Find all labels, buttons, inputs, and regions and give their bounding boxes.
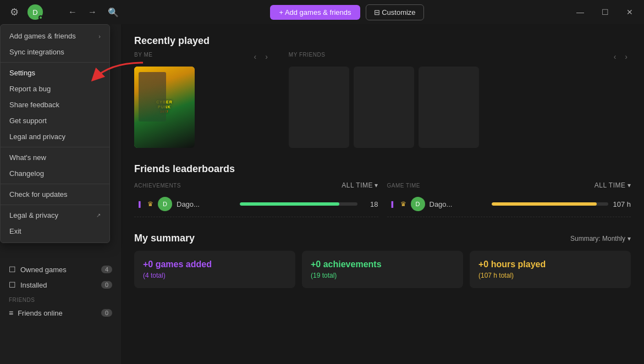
game-card-cyberpunk[interactable]: CYBERPUNK2077 bbox=[134, 67, 195, 148]
forward-button[interactable]: → bbox=[85, 5, 100, 19]
dropdown-item-legal-privacy[interactable]: Legal and privacy bbox=[1, 129, 109, 145]
maximize-button[interactable]: ☐ bbox=[597, 5, 613, 19]
avatar-status-dot bbox=[38, 15, 43, 20]
dropdown-item-get-support[interactable]: Get support bbox=[1, 113, 109, 129]
achievements-filter[interactable]: All time ▾ bbox=[342, 181, 378, 189]
achievements-sub: (19 total) bbox=[311, 272, 454, 279]
chevron-down-summary-icon: ▾ bbox=[628, 235, 631, 242]
external-link-icon: ↗ bbox=[96, 212, 101, 218]
summary-section: My summary Summary: Monthly ▾ +0 games a… bbox=[134, 233, 631, 288]
dropdown-divider-1 bbox=[1, 62, 109, 63]
recently-played-by-me: BY ME ‹ › CYBERPUNK2077 bbox=[134, 51, 271, 148]
friends-icon: ≡ bbox=[9, 308, 13, 317]
by-me-prev-button[interactable]: ‹ bbox=[251, 51, 260, 62]
game-time-filter[interactable]: All time ▾ bbox=[595, 181, 631, 189]
sidebar-item-owned-games[interactable]: ☐ Owned games 4 bbox=[0, 262, 121, 277]
checkbox-icon: ☐ bbox=[9, 265, 16, 274]
game-time-crown-icon: ♛ bbox=[400, 200, 406, 208]
sidebar-main-items: ☐ Owned games 4 ☐ Installed 0 FRIENDS ≡ … bbox=[0, 262, 121, 321]
achievements-header: ACHIEVEMENTS All time ▾ bbox=[134, 181, 378, 189]
main-content: Recently played BY ME ‹ › CYBERP bbox=[121, 24, 644, 364]
dropdown-item-legal-privacy2[interactable]: Legal & privacy ↗ bbox=[1, 207, 109, 223]
friends-prev-button[interactable]: ‹ bbox=[610, 51, 620, 62]
game-time-header: GAME TIME All time ▾ bbox=[387, 181, 631, 189]
dropdown-divider-3 bbox=[1, 184, 109, 184]
achievements-value-card: +0 achievements bbox=[311, 260, 454, 269]
recently-played-row: BY ME ‹ › CYBERPUNK2077 bbox=[134, 51, 631, 148]
summary-cards: +0 games added (4 total) +0 achievements… bbox=[134, 251, 631, 288]
by-me-label: BY ME bbox=[134, 52, 152, 58]
dropdown-item-check-updates[interactable]: Check for updates bbox=[1, 186, 109, 202]
friend-game-card-3[interactable] bbox=[419, 67, 479, 148]
summary-card-achievements[interactable]: +0 achievements (19 total) bbox=[302, 251, 463, 288]
titlebar-left: ⚙ D bbox=[7, 4, 43, 20]
lb-game-time-divider bbox=[387, 217, 631, 217]
by-me-next-button[interactable]: › bbox=[262, 51, 271, 62]
friend-game-card-1[interactable] bbox=[289, 67, 349, 148]
add-games-friends-button[interactable]: + Add games & friends bbox=[270, 5, 360, 20]
nav-controls: ← → 🔍 bbox=[65, 5, 122, 20]
game-time-bar bbox=[492, 202, 597, 206]
by-me-nav: ‹ › bbox=[251, 51, 271, 62]
friends-section-label: FRIENDS bbox=[0, 293, 121, 305]
game-time-leaderboard: GAME TIME All time ▾ ▐ ♛ D Dago... bbox=[387, 181, 631, 219]
recently-played-friends: MY FRIENDS ‹ › bbox=[289, 51, 631, 148]
main-layout: Add games & friends › Sync integrations … bbox=[0, 24, 644, 364]
games-added-sub: (4 total) bbox=[143, 272, 287, 279]
customize-button[interactable]: ⊟ Customize bbox=[366, 4, 424, 20]
dropdown-divider-4 bbox=[1, 205, 109, 205]
dropdown-menu: Add games & friends › Sync integrations … bbox=[0, 24, 110, 243]
sidebar-item-installed[interactable]: ☐ Installed 0 bbox=[0, 277, 121, 293]
owned-games-badge: 4 bbox=[101, 266, 112, 273]
dropdown-item-share-feedback[interactable]: Share feedback bbox=[1, 97, 109, 113]
recently-played-header: Recently played bbox=[134, 35, 631, 47]
game-time-value: 107 h bbox=[613, 200, 631, 208]
gear-button[interactable]: ⚙ bbox=[7, 4, 22, 20]
leaderboard-section: Friends leaderboards ACHIEVEMENTS All ti… bbox=[134, 163, 631, 219]
leaderboard-header: Friends leaderboards bbox=[134, 163, 631, 175]
achievements-player-name: Dago... bbox=[177, 200, 235, 208]
dropdown-item-changelog[interactable]: Changelog bbox=[1, 166, 109, 181]
dropdown-item-settings[interactable]: Settings bbox=[1, 65, 109, 81]
my-friends-header: MY FRIENDS ‹ › bbox=[289, 51, 631, 62]
hours-played-value: +0 hours played bbox=[478, 260, 622, 269]
my-friends-label: MY FRIENDS bbox=[289, 52, 326, 58]
summary-card-games-added[interactable]: +0 games added (4 total) bbox=[134, 251, 295, 288]
leaderboard-row-achievements: ▐ ♛ D Dago... 18 bbox=[134, 194, 378, 214]
achievements-label: ACHIEVEMENTS bbox=[134, 183, 181, 189]
search-button[interactable]: 🔍 bbox=[104, 5, 122, 20]
crown-icon: ♛ bbox=[147, 200, 153, 208]
summary-title: My summary bbox=[134, 233, 195, 244]
dropdown-item-report-bug[interactable]: Report a bug bbox=[1, 81, 109, 97]
back-button[interactable]: ← bbox=[65, 5, 80, 19]
hours-played-sub: (107 h total) bbox=[478, 272, 622, 279]
recently-played-title: Recently played bbox=[134, 35, 210, 47]
chevron-down-icon: ▾ bbox=[375, 181, 378, 189]
summary-card-hours-played[interactable]: +0 hours played (107 h total) bbox=[470, 251, 631, 288]
dropdown-item-sync[interactable]: Sync integrations bbox=[1, 44, 109, 60]
game-time-rank-icon: ▐ bbox=[387, 200, 396, 208]
game-time-label: GAME TIME bbox=[387, 183, 420, 189]
summary-filter[interactable]: Summary: Monthly ▾ bbox=[570, 235, 631, 242]
dropdown-item-whats-new[interactable]: What's new bbox=[1, 150, 109, 166]
leaderboard-title: Friends leaderboards bbox=[134, 163, 235, 175]
chevron-right-icon: › bbox=[98, 33, 101, 40]
sidebar: Add games & friends › Sync integrations … bbox=[0, 24, 121, 364]
avatar[interactable]: D bbox=[27, 4, 43, 20]
friends-next-button[interactable]: › bbox=[621, 51, 631, 62]
close-button[interactable]: ✕ bbox=[622, 5, 637, 19]
rank-icon: ▐ bbox=[134, 200, 143, 208]
friend-game-card-2[interactable] bbox=[354, 67, 414, 148]
installed-badge: 0 bbox=[101, 281, 112, 289]
minimize-button[interactable]: — bbox=[572, 5, 588, 19]
friends-nav: ‹ › bbox=[610, 51, 631, 62]
game-time-player-avatar: D bbox=[411, 197, 425, 211]
leaderboard-columns: ACHIEVEMENTS All time ▾ ▐ ♛ D Dago... bbox=[134, 181, 631, 219]
sidebar-item-friends-online[interactable]: ≡ Friends online 0 bbox=[0, 305, 121, 321]
dropdown-item-exit[interactable]: Exit bbox=[1, 223, 109, 239]
dropdown-item-add-games[interactable]: Add games & friends › bbox=[1, 28, 109, 44]
game-time-player-name: Dago... bbox=[430, 200, 488, 208]
by-me-header: BY ME ‹ › bbox=[134, 51, 271, 62]
achievements-bar-container bbox=[240, 202, 357, 206]
friends-online-badge: 0 bbox=[101, 309, 112, 317]
